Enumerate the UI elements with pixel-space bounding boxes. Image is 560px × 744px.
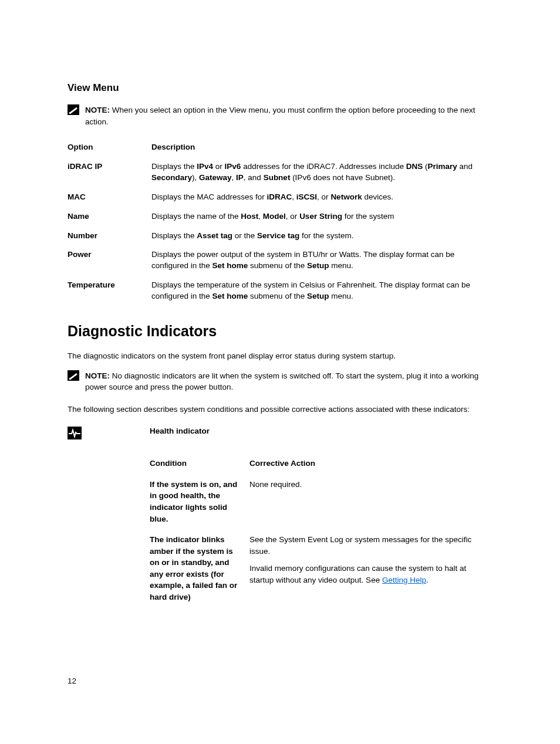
health-indicator-icon	[68, 427, 82, 439]
table-row: If the system is on, and in good health,…	[150, 474, 492, 529]
description-cell: Displays the IPv4 or IPv6 addresses for …	[151, 157, 492, 188]
page-number: 12	[68, 677, 76, 685]
description-cell: Displays the temperature of the system i…	[151, 276, 492, 306]
note-text: NOTE: No diagnostic indicators are lit w…	[85, 370, 492, 393]
table-row: MACDisplays the MAC addresses for iDRAC,…	[68, 188, 492, 207]
table-row: PowerDisplays the power output of the sy…	[68, 245, 492, 276]
health-indicator-section: Health indicator Condition Corrective Ac…	[68, 427, 492, 607]
option-cell: iDRAC IP	[68, 157, 151, 188]
note-label: NOTE:	[85, 106, 110, 114]
option-cell: Number	[68, 226, 151, 246]
document-page: View Menu NOTE: When you select an optio…	[0, 0, 560, 744]
table-row: NumberDisplays the Asset tag or the Serv…	[68, 226, 492, 246]
action-paragraph: None required.	[249, 479, 487, 491]
option-cell: Temperature	[68, 276, 151, 306]
note-label: NOTE:	[85, 371, 110, 380]
table-row: The indicator blinks amber if the system…	[150, 529, 492, 607]
table-header-condition: Condition	[150, 453, 249, 474]
table-row: NameDisplays the name of the Host, Model…	[68, 207, 492, 226]
note-body: When you select an option in the View me…	[85, 106, 475, 126]
diag-following-paragraph: The following section describes system c…	[68, 404, 492, 415]
note-icon	[68, 104, 79, 115]
condition-cell: If the system is on, and in good health,…	[150, 474, 249, 529]
action-cell: See the System Event Log or system messa…	[249, 529, 492, 607]
option-cell: MAC	[68, 188, 151, 207]
link-getting-help[interactable]: Getting Help	[382, 576, 426, 584]
action-paragraph: See the System Event Log or system messa…	[249, 534, 487, 557]
table-row: iDRAC IPDisplays the IPv4 or IPv6 addres…	[68, 157, 492, 188]
table-header-option: Option	[68, 138, 151, 157]
section-title-view-menu: View Menu	[68, 82, 492, 94]
note-body: No diagnostic indicators are lit when th…	[85, 371, 478, 392]
description-cell: Displays the power output of the system …	[151, 245, 492, 276]
action-cell: None required.	[249, 474, 492, 529]
description-cell: Displays the name of the Host, Model, or…	[151, 207, 492, 226]
section-title-diagnostic: Diagnostic Indicators	[68, 323, 492, 340]
note-icon	[68, 370, 79, 381]
description-cell: Displays the Asset tag or the Service ta…	[151, 226, 492, 246]
note-text: NOTE: When you select an option in the V…	[85, 104, 492, 127]
option-cell: Name	[68, 207, 151, 226]
condition-table: Condition Corrective Action If the syste…	[150, 453, 492, 607]
option-cell: Power	[68, 245, 151, 276]
svg-rect-1	[69, 112, 71, 114]
action-paragraph: Invalid memory configurations can cause …	[249, 563, 487, 586]
diag-intro-paragraph: The diagnostic indicators on the system …	[68, 350, 492, 362]
table-header-description: Description	[151, 138, 492, 157]
table-header-action: Corrective Action	[249, 453, 492, 474]
health-indicator-title: Health indicator	[150, 427, 492, 435]
condition-cell: The indicator blinks amber if the system…	[150, 529, 249, 607]
description-cell: Displays the MAC addresses for iDRAC, iS…	[151, 188, 492, 207]
svg-rect-3	[69, 378, 71, 380]
table-row: TemperatureDisplays the temperature of t…	[68, 276, 492, 306]
view-menu-table: Option Description iDRAC IPDisplays the …	[68, 138, 492, 306]
note-block: NOTE: When you select an option in the V…	[68, 104, 492, 127]
note-block: NOTE: No diagnostic indicators are lit w…	[68, 370, 492, 393]
